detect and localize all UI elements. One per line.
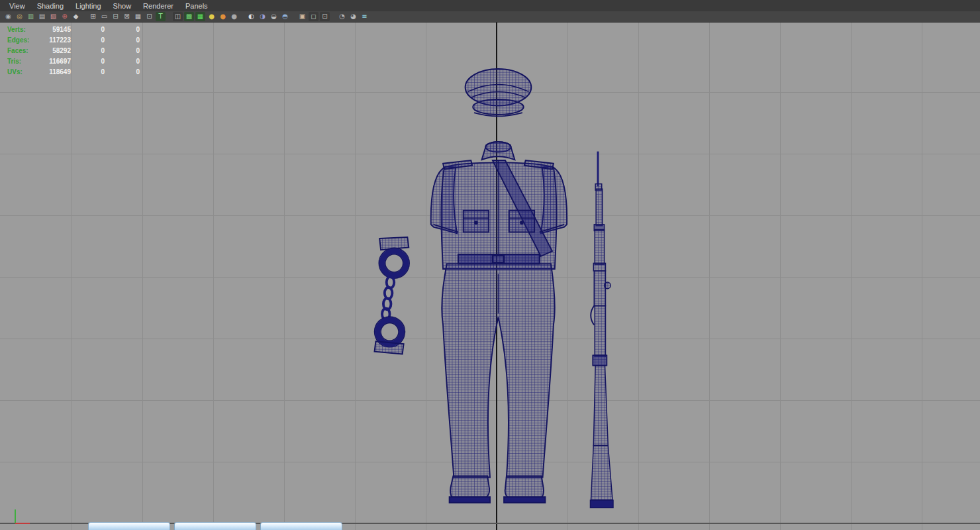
grease-pencil-icon[interactable]: ◆ [71,12,81,21]
menu-item[interactable]: Panels [180,1,213,11]
xray-joints-icon[interactable]: ⊡ [320,12,330,21]
menu-item[interactable]: Renderer [138,1,179,11]
gate-mask-icon[interactable]: ⊠ [122,12,132,21]
toolbar-separator [167,12,172,21]
toolbar-separator [291,12,296,21]
hud-value: 59145 [40,26,71,33]
handcuffs-wireframe-object[interactable] [375,237,410,354]
taskbar-button[interactable] [260,522,342,530]
hud-row: Verts: 59145 0 0 [7,24,140,34]
hud-label: Tris: [7,58,40,65]
film-gate-icon[interactable]: ▭ [99,12,109,21]
poly-count-hud: Verts: 59145 0 0 Edges: 117223 0 0 Faces… [7,24,140,77]
taskbar [88,522,342,530]
hud-value: 0 [105,58,140,65]
hud-label: Edges: [7,36,40,44]
hud-value: 0 [105,47,140,54]
motion-blur-icon[interactable]: ◓ [280,12,290,21]
shirt-wireframe-object[interactable] [431,142,567,269]
bounding-box-icon[interactable]: ● [229,12,239,21]
hud-value: 0 [71,47,105,54]
safe-action-icon[interactable]: ⊡ [144,12,154,21]
bookmarks-icon[interactable]: ▤ [37,12,47,21]
hud-value: 117223 [40,36,71,44]
hud-value: 116697 [40,58,71,65]
select-camera-icon[interactable]: ◉ [3,12,13,21]
toolbar-separator [240,12,245,21]
hud-value: 0 [71,58,105,65]
resolution-gate-icon[interactable]: ⊟ [111,12,121,21]
trousers-wireframe-object[interactable] [442,264,555,477]
hud-row: Edges: 117223 0 0 [7,34,140,45]
rifle-wireframe-object[interactable] [590,152,613,508]
scene-wireframe [0,22,980,530]
hud-value: 0 [71,36,105,44]
flat-shade-icon[interactable]: ● [218,12,228,21]
hud-value: 0 [105,26,140,33]
hud-value: 0 [105,36,140,44]
use-all-lights-icon[interactable]: ◐ [246,12,256,21]
textured-icon[interactable]: ▦ [195,12,205,21]
grid-icon[interactable]: ⊞ [88,12,98,21]
hud-value: 118649 [40,68,71,76]
hud-value: 0 [105,68,140,76]
ambient-occlusion-icon[interactable]: ◒ [269,12,279,21]
smooth-shade-icon[interactable]: ▩ [184,12,194,21]
menu-item[interactable]: Shading [32,1,69,11]
wireframe-icon[interactable]: ◫ [173,12,183,21]
gamma-icon[interactable]: ◕ [348,12,358,21]
hud-row: Tris: 116697 0 0 [7,56,140,66]
image-plane-icon[interactable]: ▧ [48,12,58,21]
exposure-icon[interactable]: ◔ [337,12,347,21]
menu-item[interactable]: View [4,1,30,11]
taskbar-button[interactable] [174,522,256,530]
toolbar-separator [331,12,336,21]
isolate-select-icon[interactable]: ▣ [297,12,307,21]
field-chart-icon[interactable]: ▦ [133,12,143,21]
hud-value: 58292 [40,47,71,54]
menu-item[interactable]: Show [108,1,137,11]
default-material-icon[interactable]: ● [207,12,217,21]
safe-title-icon[interactable]: T [156,12,166,21]
hud-label: Faces: [7,47,40,54]
hud-value: 0 [71,68,105,76]
menu-item[interactable]: Lighting [70,1,107,11]
cap-wireframe-object[interactable] [466,69,532,116]
view-axis-indicator [11,505,34,527]
hud-row: UVs: 118649 0 0 [7,66,140,77]
hud-label: Verts: [7,26,40,33]
view-transform-icon[interactable]: ≡ [360,12,369,21]
xray-icon[interactable]: ◻ [309,12,318,21]
lock-camera-icon[interactable]: ◎ [15,12,24,21]
camera-attributes-icon[interactable]: ▥ [26,12,36,21]
panel-menubar: ViewShadingLightingShowRendererPanels [0,0,980,12]
hud-row: Faces: 58292 0 0 [7,45,140,56]
hud-value: 0 [71,26,105,33]
boots-wireframe-object[interactable] [450,476,546,503]
shadows-icon[interactable]: ◑ [258,12,268,21]
toolbar-separator [82,12,87,21]
panel-toolbar: ◉◎▥▤▧⊕◆⊞▭⊟⊠▦⊡T◫▩▦●●●◐◑◒◓▣◻⊡◔◕≡ [0,11,980,23]
viewport[interactable]: Verts: 59145 0 0 Edges: 117223 0 0 Faces… [0,22,980,530]
taskbar-button[interactable] [88,522,170,530]
hud-label: UVs: [7,68,40,76]
pan-zoom-icon[interactable]: ⊕ [60,12,70,21]
